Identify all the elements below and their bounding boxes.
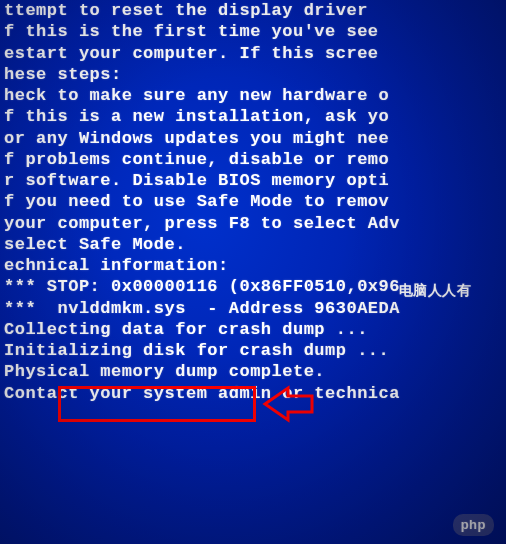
bsod-line: Collecting data for crash dump ... [4,319,506,340]
bsod-line: select Safe Mode. [4,234,506,255]
bsod-line: hese steps: [4,64,506,85]
bsod-line: echnical information: [4,255,506,276]
bsod-line: estart your computer. If this scree [4,43,506,64]
bsod-line: f you need to use Safe Mode to remov [4,191,506,212]
bsod-line: *** nvlddmkm.sys - Address 9630AEDA [4,298,506,319]
watermark-text: 电脑人人有 [399,282,472,300]
bsod-line: f problems continue, disable or remo [4,149,506,170]
bsod-line: heck to make sure any new hardware o [4,85,506,106]
bsod-line: f this is a new installation, ask yo [4,106,506,127]
php-logo-watermark: php [453,514,494,536]
bsod-line: Physical memory dump complete. [4,361,506,382]
bsod-line: Contact your system admin or technica [4,383,506,404]
bsod-line: or any Windows updates you might nee [4,128,506,149]
bsod-line: your computer, press F8 to select Adv [4,213,506,234]
bsod-line: f this is the first time you've see [4,21,506,42]
bsod-line: r software. Disable BIOS memory opti [4,170,506,191]
bsod-line: Initializing disk for crash dump ... [4,340,506,361]
bsod-screen: ttempt to reset the display driver f thi… [0,0,506,404]
bsod-text-content: ttempt to reset the display driver f thi… [0,0,506,404]
bsod-line: ttempt to reset the display driver [4,0,506,21]
